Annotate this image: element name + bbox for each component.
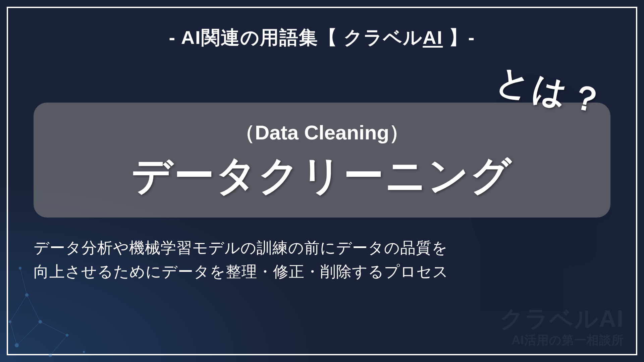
term-english: （Data Cleaning） (47, 119, 597, 146)
term-japanese: データクリーニング (47, 153, 597, 197)
callout-text: とは？ (492, 58, 611, 125)
page-header: - AI関連の用語集【 クラベルAI 】- (34, 25, 610, 51)
term-box: とは？ （Data Cleaning） データクリーニング (34, 103, 610, 218)
description-line-2: 向上させるためにデータを整理・修正・削除するプロセス (34, 260, 610, 284)
description-line-1: データ分析や機械学習モデルの訓練の前にデータの品質を (34, 236, 610, 260)
content-area: - AI関連の用語集【 クラベルAI 】- とは？ （Data Cleaning… (0, 0, 644, 362)
header-suffix: 】- (443, 27, 475, 48)
header-prefix: - AI関連の用語集【 クラベル (169, 27, 423, 48)
term-description: データ分析や機械学習モデルの訓練の前にデータの品質を 向上させるためにデータを整… (34, 236, 610, 284)
header-underlined: AI (423, 27, 443, 48)
